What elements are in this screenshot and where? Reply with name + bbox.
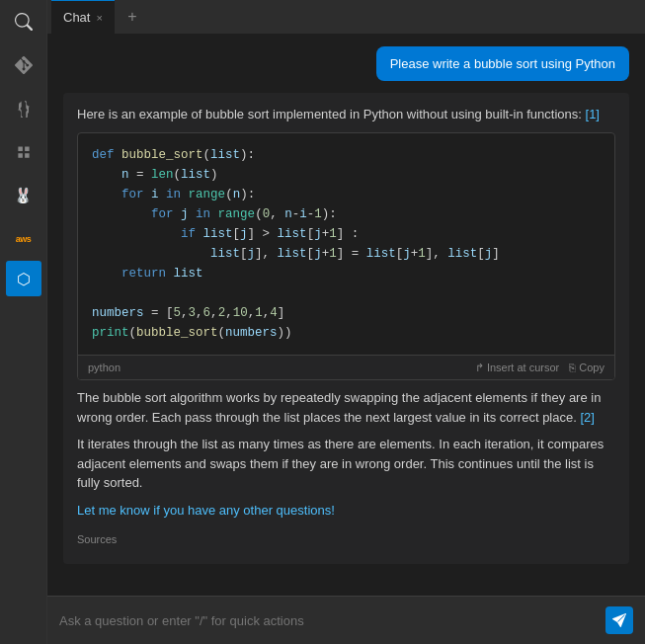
insert-at-cursor-button[interactable]: ↱ Insert at cursor <box>475 360 559 376</box>
aws-icon[interactable]: aws <box>0 217 47 261</box>
code-block: def bubble_sort(list): n = len(list) for… <box>77 132 615 381</box>
code-content: def bubble_sort(list): n = len(list) for… <box>78 133 614 355</box>
code-line-2: n = len(list) <box>92 165 601 185</box>
git-icon[interactable] <box>0 43 47 87</box>
rabbit-icon[interactable]: 🐰 <box>0 174 47 217</box>
ai-para1-ref[interactable]: [2] <box>580 410 594 425</box>
copy-button[interactable]: ⎘ Copy <box>569 360 605 376</box>
ai-para3: Let me know if you have any other questi… <box>77 501 615 521</box>
code-line-3: for i in range(n): <box>92 185 601 204</box>
code-line-4: for j in range(0, n-i-1): <box>92 204 601 224</box>
sources-label: Sources <box>77 527 615 552</box>
run-debug-icon[interactable] <box>0 87 47 130</box>
codewhisperer-icon[interactable]: ⬡ <box>6 261 41 296</box>
code-actions: ↱ Insert at cursor ⎘ Copy <box>475 360 605 376</box>
code-language: python <box>88 360 121 376</box>
code-line-1: def bubble_sort(list): <box>92 145 601 165</box>
user-message-text: Please write a bubble sort using Python <box>390 56 615 71</box>
right-panel: Chat × + Please write a bubble sort usin… <box>47 0 645 644</box>
extensions-icon[interactable] <box>0 130 47 174</box>
code-line-7: return list <box>92 264 601 283</box>
sidebar: 🐰 aws ⬡ <box>0 0 47 644</box>
ai-intro-text: Here is an example of bubble sort implem… <box>77 105 615 124</box>
search-icon[interactable] <box>0 0 47 43</box>
code-footer: python ↱ Insert at cursor ⎘ Copy <box>78 355 614 380</box>
input-area <box>47 596 645 644</box>
ai-para1: The bubble sort algorithm works by repea… <box>77 388 615 427</box>
tab-bar: Chat × + <box>47 0 645 35</box>
chat-tab[interactable]: Chat × <box>51 0 115 35</box>
chat-area: Please write a bubble sort using Python … <box>47 35 645 596</box>
code-line-9: numbers = [5,3,6,2,10,1,4] <box>92 303 601 323</box>
code-line-10: print(bubble_sort(numbers)) <box>92 323 601 343</box>
tab-close-button[interactable]: × <box>96 12 102 24</box>
code-line-5: if list[j] > list[j+1] : <box>92 224 601 244</box>
chat-input[interactable] <box>59 613 605 628</box>
ai-response: Here is an example of bubble sort implem… <box>63 93 629 564</box>
user-message-bubble: Please write a bubble sort using Python <box>376 46 629 81</box>
code-line-8 <box>92 283 601 303</box>
send-button[interactable] <box>605 606 633 634</box>
new-tab-button[interactable]: + <box>119 3 146 31</box>
tab-label: Chat <box>63 10 90 25</box>
code-line-6: list[j], list[j+1] = list[j+1], list[j] <box>92 244 601 264</box>
ai-para2: It iterates through the list as many tim… <box>77 435 615 493</box>
ai-intro-ref[interactable]: [1] <box>586 107 600 121</box>
